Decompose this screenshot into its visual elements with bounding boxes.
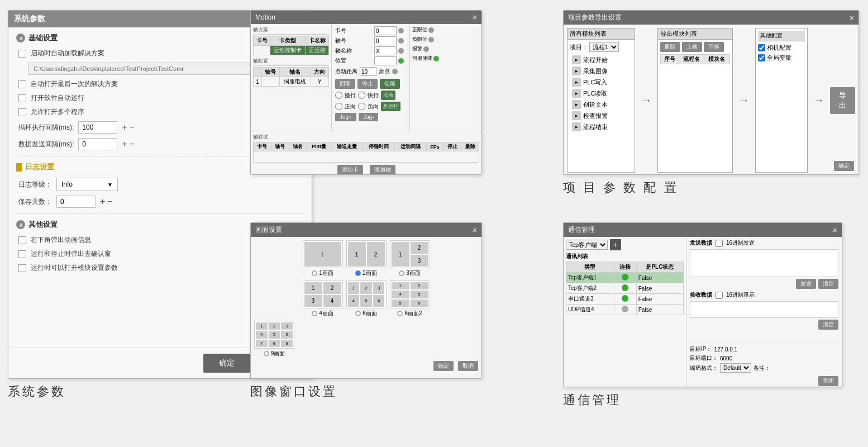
log-days-input[interactable]: [56, 196, 96, 208]
export-btn[interactable]: 导出: [830, 87, 855, 114]
comm-type-select[interactable]: Tcp客户端: [566, 240, 608, 250]
divider2: [16, 213, 304, 214]
auto-run-check[interactable]: [18, 94, 26, 102]
comm-label: 通信管理: [563, 392, 621, 408]
popup-anim-check[interactable]: [18, 236, 26, 244]
project-all-item[interactable]: ▸流程结束: [570, 121, 632, 132]
auto-open-check[interactable]: [18, 80, 26, 88]
layout-6b[interactable]: 1 2 4 5 5 6 6画面2: [390, 280, 430, 317]
comm-row-0-conn: [622, 274, 628, 280]
auto-load-check[interactable]: [18, 50, 26, 58]
global-var-check[interactable]: [758, 54, 765, 61]
neg-radio[interactable]: [358, 103, 365, 110]
point-dist-input[interactable]: [360, 67, 376, 76]
jog-plus-btn[interactable]: Jog+: [335, 113, 356, 121]
comm-title-text: 通信管理: [568, 225, 595, 235]
auto-load-label: 启动时自动加载解决方案: [31, 49, 104, 58]
comm-close-btn[interactable]: 关闭: [818, 376, 838, 386]
comm-row-0[interactable]: Tcp客户端1 False: [566, 273, 684, 283]
project-select[interactable]: 流程1: [589, 42, 619, 52]
project-all-item[interactable]: ▸创建文本: [570, 99, 632, 110]
delete-btn[interactable]: 删除: [660, 42, 680, 52]
target-port-value: 6000: [720, 355, 732, 362]
send-textarea[interactable]: [690, 249, 838, 277]
layout-9-c4: 4: [256, 331, 268, 338]
camera-config-check[interactable]: [758, 44, 765, 51]
cycle-interval-label: 循环执行间隔(ms):: [18, 123, 74, 132]
enable-btn[interactable]: 使能: [380, 79, 400, 89]
clear-send-btn[interactable]: 清空: [818, 279, 838, 289]
comm-row-0-name: Tcp客户端1: [566, 273, 614, 283]
fast-radio[interactable]: [358, 92, 365, 99]
cycle-plus[interactable]: +: [122, 123, 127, 132]
target-ip-value: 127.0.0.1: [714, 346, 737, 353]
layout-6[interactable]: 1 2 3 4 5 6 6画面: [346, 280, 387, 317]
slow-radio[interactable]: [335, 92, 342, 99]
hex-send-check[interactable]: [716, 240, 723, 247]
sysparams-confirm-btn[interactable]: 确定: [203, 354, 250, 373]
data-plus[interactable]: +: [122, 140, 127, 149]
point-btn[interactable]: 点动: [381, 91, 395, 100]
layout-4[interactable]: 1 2 3 4 4画面: [303, 280, 343, 317]
comm-add-btn[interactable]: +: [610, 239, 621, 250]
days-minus[interactable]: −: [107, 197, 112, 206]
param-axis-input[interactable]: [374, 36, 397, 45]
hex-recv-check[interactable]: [716, 292, 723, 299]
clear-recv-btn[interactable]: 清空: [818, 320, 838, 330]
multi-prog-check[interactable]: [18, 108, 26, 116]
project-all-item[interactable]: ▸PLC读取: [570, 88, 632, 99]
log-level-select[interactable]: Info ▼: [56, 178, 118, 191]
comm-row-2[interactable]: 串口通道3 False: [566, 294, 684, 305]
data-interval-input[interactable]: [78, 138, 117, 150]
project-all-item[interactable]: ▸采集图像: [570, 65, 632, 77]
layout-3[interactable]: 1 2 3 3画面: [390, 240, 430, 277]
layout-1[interactable]: 1 1画面: [303, 240, 343, 277]
motion-close[interactable]: ×: [473, 13, 477, 22]
log-chevron: ∧: [16, 163, 22, 172]
run-stop-confirm-check[interactable]: [18, 250, 26, 258]
layout-9[interactable]: 1 2 3 4 5 6 7 8 9 9画面: [254, 321, 294, 358]
param-position-label: 位置: [335, 57, 373, 65]
comm-row-1-plc: False: [636, 283, 683, 294]
comm-row-1[interactable]: Tcp客户端2 False: [566, 283, 684, 294]
export-btn-area: 导出: [830, 28, 855, 173]
home-btn[interactable]: 回零: [335, 79, 355, 89]
img-confirm-btn[interactable]: 确定: [433, 361, 454, 371]
layout-6b-cell5: 5: [392, 299, 409, 307]
send-btn[interactable]: 发送: [796, 279, 816, 289]
stop-btn[interactable]: 停止: [357, 79, 378, 89]
project-close[interactable]: ×: [850, 13, 854, 22]
project-all-item[interactable]: ▸PLC写入: [570, 77, 632, 88]
open-module-check[interactable]: [18, 264, 26, 272]
layout-6-cell3: 3: [373, 282, 385, 294]
param-axisname-input[interactable]: [374, 46, 397, 55]
layout-2[interactable]: 1 2 2画面: [346, 240, 387, 277]
jog-minus-btn[interactable]: Jog-: [359, 113, 378, 121]
layout-3-cell3: 3: [411, 255, 428, 267]
project-all-item[interactable]: ▸检查报警: [570, 110, 632, 121]
recv-textarea[interactable]: [690, 301, 838, 318]
add-axis-btn[interactable]: 添加轴: [370, 165, 395, 175]
img-cancel-btn[interactable]: 取消: [458, 361, 478, 371]
param-card-input[interactable]: [374, 26, 397, 35]
bt-del: 删除: [461, 142, 479, 151]
pos-radio[interactable]: [335, 103, 342, 110]
comm-row-3[interactable]: UDP信道4 False: [566, 305, 684, 315]
encoding-select[interactable]: Default: [720, 363, 751, 373]
comm-row-2-plc: False: [636, 294, 683, 305]
move-up-btn[interactable]: 上移: [682, 42, 702, 52]
cycle-minus[interactable]: −: [130, 123, 135, 132]
project-confirm-btn[interactable]: 确定: [834, 161, 854, 171]
image-window-close[interactable]: ×: [473, 226, 477, 235]
move-down-btn[interactable]: 下移: [704, 42, 724, 52]
step-btn[interactable]: 步运行: [381, 102, 400, 111]
param-axis-label: 轴号: [335, 37, 373, 45]
cycle-interval-input[interactable]: [78, 121, 117, 134]
layout-6b-cell2: 2: [411, 282, 428, 289]
add-card-btn[interactable]: 添加卡: [337, 165, 363, 175]
param-position-input[interactable]: [374, 56, 397, 65]
data-minus[interactable]: −: [130, 140, 135, 149]
days-plus[interactable]: +: [100, 197, 105, 206]
comm-close-x[interactable]: ×: [833, 226, 837, 235]
project-all-item[interactable]: ▸流程开始: [570, 54, 632, 65]
